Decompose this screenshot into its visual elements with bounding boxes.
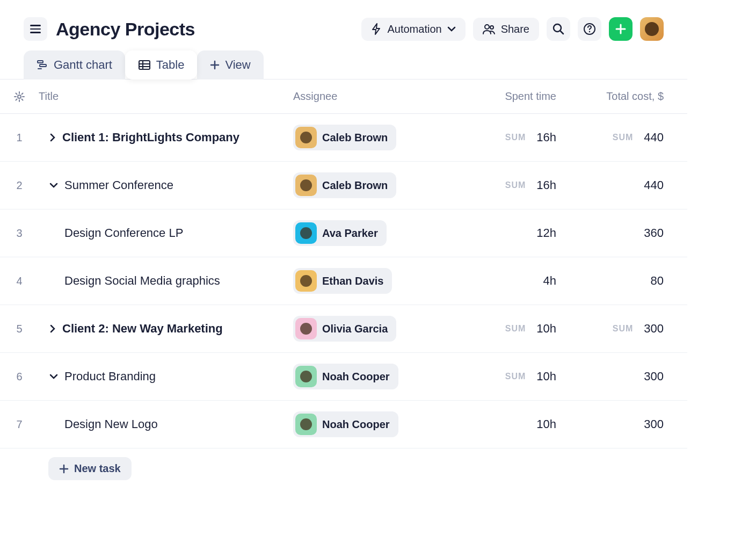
assignee-name: Noah Cooper — [322, 371, 390, 383]
new-task-button[interactable]: New task — [48, 457, 132, 480]
spent-value: 4h — [543, 274, 556, 288]
assignee-chip[interactable]: Olivia Garcia — [293, 316, 396, 342]
chevron-down-icon[interactable] — [49, 182, 58, 189]
table-row[interactable]: 2Summer ConferenceCaleb BrownSUM16h440 — [0, 162, 687, 209]
assignee-chip[interactable]: Noah Cooper — [293, 411, 398, 437]
sum-label: SUM — [505, 324, 526, 334]
search-button[interactable] — [547, 17, 570, 41]
help-button[interactable] — [578, 17, 601, 41]
assignee-chip[interactable]: Ethan Davis — [293, 268, 392, 294]
cost-value: 440 — [644, 178, 664, 192]
row-title[interactable]: Client 2: New Way Marketing — [39, 322, 293, 336]
cost-value: 300 — [644, 370, 664, 383]
people-icon — [483, 24, 496, 34]
row-cost[interactable]: SUM300 — [556, 322, 664, 336]
row-spent[interactable]: SUM10h — [449, 322, 556, 336]
row-assignee[interactable]: Ethan Davis — [293, 268, 449, 294]
row-title[interactable]: Design New Logo — [39, 417, 293, 431]
row-number: 2 — [0, 179, 39, 192]
assignee-name: Caleb Brown — [322, 179, 388, 192]
assignee-name: Noah Cooper — [322, 418, 390, 431]
table-row[interactable]: 6Product BrandingNoah CooperSUM10h300 — [0, 353, 687, 401]
svg-point-1 — [490, 26, 493, 29]
row-spent[interactable]: 10h — [449, 417, 556, 431]
plus-icon — [59, 464, 69, 474]
add-button[interactable] — [609, 17, 633, 41]
assignee-chip[interactable]: Caleb Brown — [293, 125, 396, 150]
row-spent[interactable]: SUM10h — [449, 370, 556, 383]
gear-icon[interactable] — [13, 91, 25, 103]
row-cost[interactable]: SUM440 — [556, 131, 664, 144]
row-cost[interactable]: 440 — [556, 178, 664, 192]
chevron-right-icon[interactable] — [49, 133, 56, 142]
svg-rect-8 — [139, 61, 150, 69]
assignee-chip[interactable]: Ava Parker — [293, 220, 387, 246]
table-row[interactable]: 4Design Social Media graphicsEthan Davis… — [0, 257, 687, 305]
row-assignee[interactable]: Noah Cooper — [293, 364, 449, 389]
col-title[interactable]: Title — [39, 90, 293, 103]
col-cost[interactable]: Total cost, $ — [556, 90, 664, 103]
column-headers: Title Assignee Spent time Total cost, $ — [0, 79, 687, 114]
spent-value: 16h — [536, 178, 556, 192]
row-title[interactable]: Summer Conference — [39, 178, 293, 192]
row-assignee[interactable]: Caleb Brown — [293, 125, 449, 150]
row-number: 5 — [0, 323, 39, 335]
tab-gantt-chart[interactable]: Gantt chart — [24, 50, 125, 79]
share-button[interactable]: Share — [473, 18, 539, 41]
tab-table[interactable]: Table — [125, 50, 198, 79]
col-spent[interactable]: Spent time — [449, 90, 556, 103]
user-avatar[interactable] — [640, 17, 664, 41]
row-cost[interactable]: 300 — [556, 370, 664, 383]
avatar — [295, 366, 317, 387]
row-title[interactable]: Client 1: BrightLights Company — [39, 131, 293, 144]
chevron-down-icon[interactable] — [49, 373, 58, 380]
plus-icon — [210, 60, 220, 70]
table-row[interactable]: 5Client 2: New Way MarketingOlivia Garci… — [0, 305, 687, 353]
assignee-chip[interactable]: Caleb Brown — [293, 172, 396, 198]
row-title-text: Summer Conference — [64, 178, 173, 192]
row-assignee[interactable]: Noah Cooper — [293, 411, 449, 437]
table-row[interactable]: 1Client 1: BrightLights CompanyCaleb Bro… — [0, 114, 687, 162]
row-assignee[interactable]: Ava Parker — [293, 220, 449, 246]
row-cost[interactable]: 300 — [556, 417, 664, 431]
avatar — [295, 175, 317, 196]
avatar — [295, 222, 317, 244]
row-title[interactable]: Design Conference LP — [39, 226, 293, 240]
row-cost[interactable]: 360 — [556, 226, 664, 240]
hamburger-icon — [30, 25, 41, 33]
chevron-down-icon — [447, 26, 456, 32]
row-number: 6 — [0, 371, 39, 383]
avatar — [295, 318, 317, 339]
svg-rect-6 — [40, 64, 46, 67]
chevron-right-icon[interactable] — [49, 324, 56, 333]
row-spent[interactable]: 12h — [449, 226, 556, 240]
row-assignee[interactable]: Olivia Garcia — [293, 316, 449, 342]
sum-label: SUM — [613, 133, 634, 142]
row-spent[interactable]: SUM16h — [449, 178, 556, 192]
table-row[interactable]: 7Design New LogoNoah Cooper10h300 — [0, 401, 687, 448]
assignee-chip[interactable]: Noah Cooper — [293, 364, 398, 389]
svg-rect-5 — [38, 61, 43, 63]
tab-add-view[interactable]: View — [197, 50, 263, 79]
row-number: 7 — [0, 418, 39, 431]
tab-table-label: Table — [156, 58, 185, 72]
plus-icon — [615, 24, 626, 34]
row-spent[interactable]: SUM16h — [449, 131, 556, 144]
row-title[interactable]: Design Social Media graphics — [39, 274, 293, 288]
tab-gantt-label: Gantt chart — [54, 58, 112, 72]
col-assignee[interactable]: Assignee — [293, 90, 449, 103]
gantt-icon — [37, 60, 48, 70]
avatar — [295, 127, 317, 148]
row-title[interactable]: Product Branding — [39, 370, 293, 383]
spent-value: 16h — [536, 131, 556, 144]
spent-value: 10h — [536, 322, 556, 336]
spent-value: 10h — [536, 417, 556, 431]
table-row[interactable]: 3Design Conference LPAva Parker12h360 — [0, 209, 687, 257]
row-spent[interactable]: 4h — [449, 274, 556, 288]
row-assignee[interactable]: Caleb Brown — [293, 172, 449, 198]
row-cost[interactable]: 80 — [556, 274, 664, 288]
cost-value: 440 — [644, 131, 664, 144]
automation-button[interactable]: Automation — [361, 18, 465, 41]
menu-button[interactable] — [24, 17, 47, 41]
svg-point-4 — [589, 31, 591, 33]
